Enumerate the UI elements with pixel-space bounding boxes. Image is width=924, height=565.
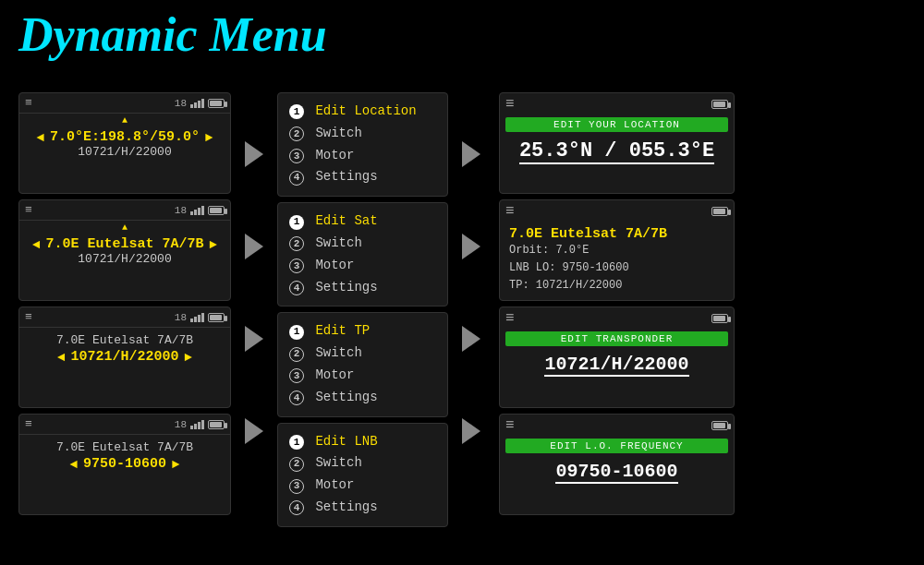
result-menu-icon-1: ≡ [505, 96, 515, 113]
menu-icon-3: ≡ [25, 310, 32, 324]
left-arrow-4: ◄ [70, 457, 78, 472]
page-title: Dynamic Menu [18, 7, 327, 62]
menu-icon-4: ≡ [25, 417, 32, 431]
result-value-1: 25.3°N / 055.3°E [500, 134, 734, 164]
screen-sub-1: 10721/H/22000 [27, 145, 223, 159]
result-menu-icon-2: ≡ [505, 203, 515, 220]
menu-3-item-4[interactable]: 4 Settings [289, 387, 436, 409]
menu-3-item-1[interactable]: 1 Edit TP [289, 320, 436, 343]
left-arrow-2: ◄ [32, 237, 40, 252]
menu-box-2: 1 Edit Sat 2 Switch 3 Motor 4 Settings [277, 202, 448, 307]
menu-box-3: 1 Edit TP 2 Switch 3 Motor 4 Settings [277, 312, 448, 416]
menu-4-label-2: Switch [315, 455, 361, 470]
device-screen-3: ≡ 18 7.0E Eutelsat 7A/7B ◄ 10721/H/22000… [18, 307, 231, 408]
screen-sub-above-4: 7.0E Eutelsat 7A/7B [27, 440, 223, 454]
menu-4-item-2[interactable]: 2 Switch [289, 452, 436, 475]
menu-3-num-2: 2 [289, 347, 304, 362]
status-bar-1: 18 [175, 98, 225, 109]
menu-1-label-1: Edit Location [315, 103, 416, 118]
menu-2-num-3: 3 [289, 258, 304, 273]
result-battery-4 [711, 421, 728, 430]
menu-3-num-4: 4 [289, 391, 304, 405]
status-bar-4: 18 [175, 419, 225, 430]
menu-1-item-4[interactable]: 4 Settings [289, 166, 436, 188]
menu-4-label-1: Edit LNB [315, 434, 377, 449]
menu-4-num-3: 3 [289, 479, 304, 494]
screen-sub-above-3: 7.0E Eutelsat 7A/7B [27, 333, 223, 347]
menu-3-item-2[interactable]: 2 Switch [289, 343, 436, 365]
main-text-1: 7.0°E:198.8°/59.0° [50, 129, 200, 145]
menu-1-num-1: 1 [289, 104, 304, 119]
signal-bars-2 [190, 206, 204, 215]
battery-icon-2 [208, 206, 225, 215]
result-screen-2: ≡ 7.0E Eutelsat 7A/7B Orbit: 7.0°E LNB L… [499, 199, 735, 301]
menu-4-num-4: 4 [289, 500, 304, 515]
arrow-to-result-1 [462, 141, 480, 167]
left-arrow-1: ◄ [37, 130, 44, 145]
status-bar-2: 18 [175, 205, 225, 216]
result-text-4: 09750-10600 [555, 461, 677, 484]
menu-2-num-1: 1 [289, 215, 304, 230]
arrows-col-2 [448, 92, 494, 475]
menu-4-item-4[interactable]: 4 Settings [289, 497, 436, 519]
result-tp: TP: 10721/H/22000 [509, 277, 724, 295]
menu-2-label-4: Settings [315, 280, 377, 295]
menu-3-item-3[interactable]: 3 Motor [289, 365, 436, 387]
menu-1-item-2[interactable]: 2 Switch [289, 123, 436, 145]
arrow-to-menu-3 [245, 326, 263, 352]
menu-2-label-1: Edit Sat [315, 213, 377, 228]
signal-bars-3 [190, 313, 204, 322]
up-arrow-1: ▲ [19, 115, 230, 126]
result-orbit: Orbit: 7.0°E [509, 242, 724, 259]
status-bar-3: 18 [175, 312, 225, 323]
menu-2-num-2: 2 [289, 236, 304, 251]
right-arrow-2: ► [210, 237, 217, 252]
menu-4-item-1[interactable]: 1 Edit LNB [289, 431, 436, 453]
result-label-3: EDIT TRANSPONDER [505, 331, 728, 346]
main-text-4: 9750-10600 [83, 456, 166, 472]
menu-4-label-3: Motor [315, 477, 354, 492]
menu-1-item-3[interactable]: 3 Motor [289, 145, 436, 167]
signal-bars-4 [190, 420, 204, 429]
arrow-to-result-2 [462, 234, 480, 259]
result-text-3: 10721/H/22000 [544, 354, 688, 377]
result-sat-name: 7.0E Eutelsat 7A/7B [509, 226, 724, 242]
menu-2-num-4: 4 [289, 281, 304, 295]
menu-3-label-2: Switch [315, 345, 361, 360]
right-arrow-4: ► [172, 457, 179, 472]
menu-2-label-2: Switch [315, 235, 361, 250]
result-screen-4: ≡ EDIT L.O. FREQUENCY 09750-10600 [499, 414, 735, 515]
left-arrow-3: ◄ [57, 350, 65, 365]
screen-main-value-4: ◄ 9750-10600 ► [27, 456, 223, 472]
device-screen-4: ≡ 18 7.0E Eutelsat 7A/7B ◄ 9750-10600 ► [18, 414, 231, 515]
menu-1-item-1[interactable]: 1 Edit Location [289, 101, 436, 123]
menu-icon-1: ≡ [25, 96, 32, 110]
result-text-1: 25.3°N / 055.3°E [519, 139, 714, 164]
result-menu-icon-3: ≡ [505, 310, 515, 327]
up-arrow-2: ▲ [19, 222, 230, 233]
signal-num-2: 18 [175, 205, 187, 216]
menu-3-label-3: Motor [315, 367, 354, 382]
signal-num-1: 18 [175, 98, 187, 109]
menu-2-item-3[interactable]: 3 Motor [289, 255, 436, 277]
signal-bars-1 [190, 99, 204, 108]
menu-4-item-3[interactable]: 3 Motor [289, 475, 436, 497]
menu-3-num-1: 1 [289, 325, 304, 340]
result-value-4: 09750-10600 [500, 455, 734, 484]
result-screens-column: ≡ EDIT YOUR LOCATION 25.3°N / 055.3°E ≡ … [499, 92, 739, 515]
menu-icon-2: ≡ [25, 203, 32, 217]
menu-4-num-2: 2 [289, 457, 304, 472]
result-screen-1: ≡ EDIT YOUR LOCATION 25.3°N / 055.3°E [499, 92, 735, 194]
result-lnb: LNB LO: 9750-10600 [509, 259, 724, 277]
menu-4-num-1: 1 [289, 435, 304, 450]
result-value-3: 10721/H/22000 [500, 348, 734, 377]
menu-3-label-4: Settings [315, 390, 377, 404]
menu-2-item-4[interactable]: 4 Settings [289, 277, 436, 299]
battery-icon-4 [208, 420, 225, 429]
result-battery-2 [711, 207, 728, 216]
menu-2-item-2[interactable]: 2 Switch [289, 233, 436, 255]
arrow-to-menu-4 [245, 418, 263, 444]
menu-1-label-2: Switch [315, 126, 361, 140]
menu-2-item-1[interactable]: 1 Edit Sat [289, 210, 436, 233]
battery-icon-1 [208, 99, 225, 108]
